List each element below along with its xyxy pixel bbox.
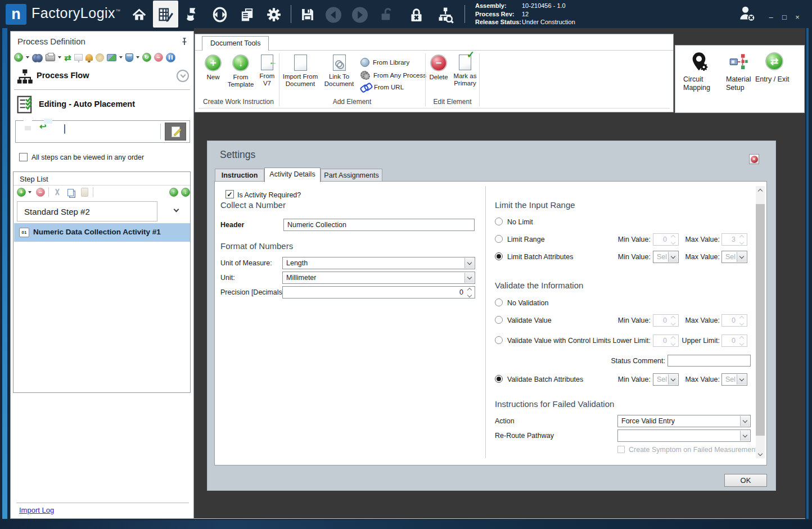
swap-steps-icon[interactable]: ⇄ — [64, 53, 71, 62]
edit-mode-button[interactable] — [165, 123, 186, 141]
no-limit-radio[interactable] — [495, 218, 503, 225]
unit-select[interactable]: Millimeter — [282, 272, 475, 284]
upper-limit-stepper[interactable]: 0 — [721, 334, 747, 347]
lock-discard-button[interactable] — [407, 6, 425, 24]
export-icon[interactable] — [107, 54, 116, 61]
move-down-icon[interactable]: ↓ — [181, 188, 190, 197]
stepper-arrows-icon[interactable] — [466, 287, 473, 298]
limit-range-min-stepper[interactable]: 0 — [653, 233, 679, 246]
maximize-button[interactable]: □ — [779, 12, 790, 22]
add-step-icon[interactable]: + — [17, 188, 26, 197]
save-button[interactable] — [299, 6, 317, 24]
circuit-mapping-button[interactable] — [690, 51, 708, 75]
limit-batch-radio[interactable] — [495, 252, 503, 260]
print-dropdown-icon[interactable] — [58, 56, 61, 58]
settings-button[interactable] — [265, 6, 283, 24]
process-settings-icon[interactable] — [96, 53, 104, 62]
link-to-document-button[interactable]: Link To Document — [322, 55, 357, 88]
limit-batch-min-select[interactable]: Sele... — [653, 251, 679, 263]
tab-document-tools[interactable]: Document Tools — [202, 36, 269, 51]
close-button[interactable]: × — [792, 12, 803, 22]
limit-range-radio[interactable] — [495, 235, 503, 243]
export-dropdown-icon[interactable] — [119, 56, 123, 58]
limit-batch-max-select[interactable]: Sel... — [721, 251, 747, 263]
dialog-scrollbar[interactable] — [756, 186, 765, 458]
find-icon[interactable] — [32, 54, 43, 61]
no-validation-radio[interactable] — [495, 299, 503, 306]
refresh-icon[interactable]: ↻ — [142, 53, 151, 62]
import-log-link[interactable]: Import Log — [19, 506, 54, 514]
validate-batch-min-select[interactable]: Sele... — [653, 373, 679, 386]
step-selector[interactable]: Standard Step #2 — [17, 201, 157, 221]
ok-button[interactable]: OK — [724, 474, 767, 487]
step-expand-chevron-icon[interactable] — [174, 207, 179, 212]
collapse-button[interactable] — [177, 70, 189, 82]
scrollbar-thumb[interactable] — [756, 204, 765, 436]
trash-icon[interactable] — [64, 125, 65, 133]
move-up-icon[interactable]: ↑ — [169, 188, 178, 197]
archive-dropdown-icon[interactable] — [136, 56, 139, 58]
lower-limit-stepper[interactable]: 0 — [653, 334, 679, 347]
process-editor-button[interactable] — [156, 6, 174, 24]
tab-instruction[interactable]: Instruction — [215, 169, 264, 182]
material-setup-button[interactable] — [729, 53, 748, 73]
add-icon[interactable]: + — [14, 53, 23, 62]
validate-control-limits-radio[interactable] — [495, 336, 503, 344]
activity-required-checkbox[interactable]: ✓ — [225, 190, 234, 198]
new-instruction-button[interactable]: + New — [201, 55, 225, 81]
scroll-down-icon[interactable] — [756, 449, 765, 458]
notification-icon[interactable] — [85, 54, 93, 61]
dialog-close-button[interactable]: × — [749, 154, 759, 164]
tab-part-assignments[interactable]: Part Assignments — [321, 169, 382, 182]
status-comment-input[interactable] — [667, 355, 751, 367]
validate-batch-max-select[interactable]: Sel... — [721, 373, 747, 386]
limit-range-max-stepper[interactable]: 3 — [721, 233, 747, 246]
archive-icon[interactable] — [125, 53, 133, 62]
minimize-button[interactable]: – — [765, 12, 777, 22]
any-order-checkbox[interactable] — [19, 153, 28, 161]
remove-icon[interactable]: − — [154, 53, 163, 62]
print-icon[interactable] — [46, 54, 55, 61]
process-search-button[interactable] — [436, 6, 454, 24]
logout-user-button[interactable] — [738, 4, 756, 22]
documents-button[interactable] — [238, 6, 256, 24]
sync-button[interactable] — [211, 6, 229, 24]
import-roll-button[interactable] — [183, 6, 201, 24]
pin-icon[interactable] — [180, 37, 189, 48]
from-v7-button[interactable]: ← From V7 — [255, 55, 279, 87]
pause-icon[interactable] — [166, 53, 175, 62]
validate-value-radio[interactable] — [495, 316, 503, 324]
validate-batch-radio[interactable] — [495, 375, 503, 383]
copy-icon[interactable] — [67, 189, 74, 196]
reroute-select[interactable] — [617, 429, 751, 442]
max-value-label: Max Value: — [682, 376, 720, 383]
mark-as-primary-button[interactable]: ✓ Mark as Primary — [451, 55, 479, 87]
add-step-dropdown-icon[interactable] — [28, 191, 31, 193]
validate-min-stepper[interactable]: 0 — [653, 314, 679, 327]
from-template-button[interactable]: ↓ From Template — [226, 55, 255, 88]
precision-stepper[interactable]: 0 — [282, 286, 475, 299]
home-button[interactable] — [130, 6, 148, 24]
entry-exit-button[interactable]: ⇄ — [765, 52, 783, 70]
uom-select[interactable]: Length — [282, 257, 475, 269]
scroll-up-icon[interactable] — [756, 186, 765, 196]
unlock-button[interactable] — [377, 6, 395, 24]
from-any-process-button[interactable]: From Any Process — [360, 71, 426, 80]
undo-button[interactable] — [324, 6, 342, 24]
remove-step-icon[interactable]: − — [36, 188, 45, 197]
presentation-icon[interactable] — [74, 54, 83, 61]
import-from-document-button[interactable]: Import From Document — [281, 55, 320, 88]
process-flow-header[interactable]: Process Flow — [11, 66, 193, 87]
delete-element-button[interactable]: − Delete — [426, 55, 451, 81]
redo-button[interactable] — [351, 6, 369, 24]
header-input[interactable] — [283, 219, 475, 231]
from-library-button[interactable]: From Library — [360, 58, 409, 67]
validate-max-stepper[interactable]: 0 — [721, 314, 747, 327]
add-dropdown-icon[interactable] — [26, 56, 29, 58]
selected-activity-row[interactable]: 01 Numeric Data Collection Activity #1 — [14, 223, 190, 242]
symptom-checkbox[interactable] — [617, 446, 625, 453]
from-url-button[interactable]: From URL — [360, 84, 404, 91]
paste-icon[interactable] — [81, 188, 88, 197]
tab-activity-details[interactable]: Activity Details — [264, 168, 321, 182]
action-select[interactable]: Force Valid Entry — [617, 415, 751, 427]
